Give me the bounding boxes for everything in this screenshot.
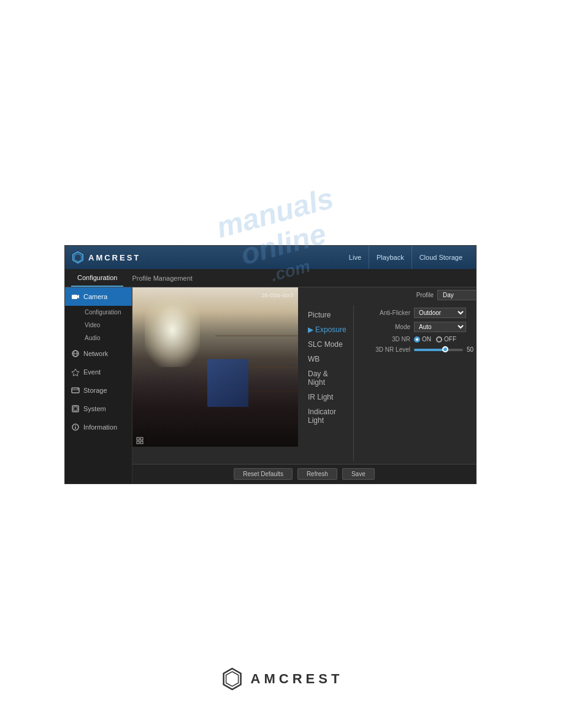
sidebar-item-network[interactable]: Network (65, 344, 132, 363)
tab-configuration[interactable]: Configuration (71, 270, 123, 287)
cam-overlay-text: 28-0Sts-0cr3 (261, 292, 293, 298)
menu-picture[interactable]: Picture (302, 308, 353, 322)
bottom-logo-icon (220, 667, 245, 691)
sidebar-storage-label: Storage (83, 387, 107, 394)
tab-profile-management[interactable]: Profile Management (126, 270, 198, 287)
content-area: Camera Configuration Video Audio Network (65, 287, 476, 483)
svg-point-14 (75, 425, 76, 427)
nr-level-slider-row: 50 (414, 346, 476, 353)
camera-preview: 28-0Sts-0cr3 (132, 287, 298, 447)
menu-day-night[interactable]: Day & Night (302, 366, 353, 390)
sidebar-camera-sub: Configuration Video Audio (65, 306, 132, 344)
settings-form-col: Anti-Flicker Outdoor 50Hz 60Hz Mode (354, 305, 476, 461)
save-button[interactable]: Save (342, 468, 375, 480)
menu-slc-mode[interactable]: SLC Mode (302, 337, 353, 352)
svg-point-9 (77, 389, 79, 390)
fullscreen-icon[interactable] (136, 437, 144, 444)
cam-icon-row (136, 437, 144, 444)
profile-select[interactable]: Day Night Normal (437, 290, 476, 300)
sidebar-item-system[interactable]: System (65, 400, 132, 418)
profile-label: Profile (416, 292, 434, 298)
3d-nr-label: 3D NR (361, 336, 410, 343)
profile-row: Profile Day Night Normal (302, 290, 476, 300)
svg-rect-16 (140, 438, 143, 440)
network-icon (71, 349, 80, 358)
svg-marker-1 (75, 254, 82, 262)
svg-rect-18 (140, 441, 143, 444)
refresh-button[interactable]: Refresh (297, 468, 337, 480)
storage-icon (71, 386, 80, 395)
3d-nr-row: 3D NR ON OFF (361, 336, 476, 343)
bottom-logo-area: AMCREST (220, 667, 343, 691)
radio-off-dot (436, 336, 442, 343)
3d-nr-radio-group: ON OFF (414, 336, 456, 343)
svg-marker-3 (77, 295, 79, 298)
menu-wb[interactable]: WB (302, 352, 353, 366)
radio-off[interactable]: OFF (436, 336, 456, 343)
right-panel: Profile Day Night Normal Picture (298, 287, 476, 464)
radio-on-label: ON (422, 336, 431, 343)
3d-nr-level-row: 3D NR Level 50 (361, 346, 476, 353)
radio-on[interactable]: ON (414, 336, 431, 343)
radio-off-label: OFF (444, 336, 456, 343)
amcrest-logo-icon (71, 251, 85, 264)
sidebar-camera-label: Camera (83, 293, 107, 300)
sidebar-item-information[interactable]: Information (65, 418, 132, 436)
app-header: AMCREST Live Playback Cloud Storage (65, 246, 476, 269)
sidebar-item-storage[interactable]: Storage (65, 381, 132, 400)
anti-flicker-label: Anti-Flicker (361, 309, 410, 316)
sidebar-sub-video[interactable]: Video (71, 319, 132, 332)
sidebar-item-camera[interactable]: Camera (65, 287, 132, 306)
nr-level-value: 50 (467, 346, 476, 353)
3d-nr-level-label: 3D NR Level (361, 346, 410, 353)
mode-label: Mode (361, 324, 410, 330)
main-panel: 28-0Sts-0cr3 (132, 287, 476, 483)
svg-marker-20 (226, 672, 239, 686)
sidebar-sub-configuration[interactable]: Configuration (71, 306, 132, 319)
mode-row: Mode Auto Manual (361, 322, 476, 332)
information-icon (71, 423, 80, 431)
camera-area: 28-0Sts-0cr3 (132, 287, 476, 464)
nr-level-slider-thumb[interactable] (442, 346, 448, 352)
event-icon (71, 368, 80, 376)
settings-menu-col: Picture ▶Exposure SLC Mode WB Day & Nigh… (302, 305, 354, 461)
anti-flicker-row: Anti-Flicker Outdoor 50Hz 60Hz (361, 308, 476, 318)
menu-exposure[interactable]: ▶Exposure (302, 322, 353, 337)
settings-content: Picture ▶Exposure SLC Mode WB Day & Nigh… (302, 305, 476, 461)
sidebar-information-label: Information (83, 423, 117, 431)
sidebar-network-label: Network (83, 350, 108, 357)
sidebar-item-event[interactable]: Event (65, 363, 132, 381)
sidebar-event-label: Event (83, 368, 101, 376)
svg-rect-17 (137, 441, 139, 444)
menu-ir-light[interactable]: IR Light (302, 390, 353, 404)
svg-rect-11 (74, 407, 77, 411)
cam-bright-spot (145, 294, 200, 367)
sidebar-sub-audio[interactable]: Audio (71, 332, 132, 344)
mode-select[interactable]: Auto Manual (414, 322, 466, 332)
app-logo: AMCREST (71, 251, 140, 264)
reset-defaults-button[interactable]: Reset Defaults (234, 468, 293, 480)
sidebar: Camera Configuration Video Audio Network (65, 287, 132, 483)
bottom-buttons: Reset Defaults Refresh Save (132, 464, 476, 483)
nr-level-slider-fill (414, 349, 443, 351)
radio-on-dot (414, 336, 420, 343)
nav-cloud-storage[interactable]: Cloud Storage (412, 246, 470, 269)
nav-playback[interactable]: Playback (369, 246, 412, 269)
header-nav: Live Playback Cloud Storage (342, 246, 470, 269)
svg-rect-15 (137, 438, 139, 440)
menu-indicator-light[interactable]: Indicator Light (302, 404, 353, 428)
app-logo-text: AMCREST (88, 253, 140, 262)
camera-icon (71, 292, 80, 301)
nav-live[interactable]: Live (342, 246, 369, 269)
anti-flicker-select[interactable]: Outdoor 50Hz 60Hz (414, 308, 466, 318)
nr-level-slider-track[interactable] (414, 349, 463, 351)
menu-arrow-icon: ▶ (308, 325, 313, 334)
tabs-bar: Configuration Profile Management (65, 269, 476, 287)
sidebar-system-label: System (83, 405, 106, 412)
svg-rect-2 (72, 295, 77, 299)
app-window: AMCREST Live Playback Cloud Storage Conf… (64, 245, 477, 484)
system-icon (71, 404, 80, 413)
bottom-logo-text: AMCREST (251, 671, 343, 687)
